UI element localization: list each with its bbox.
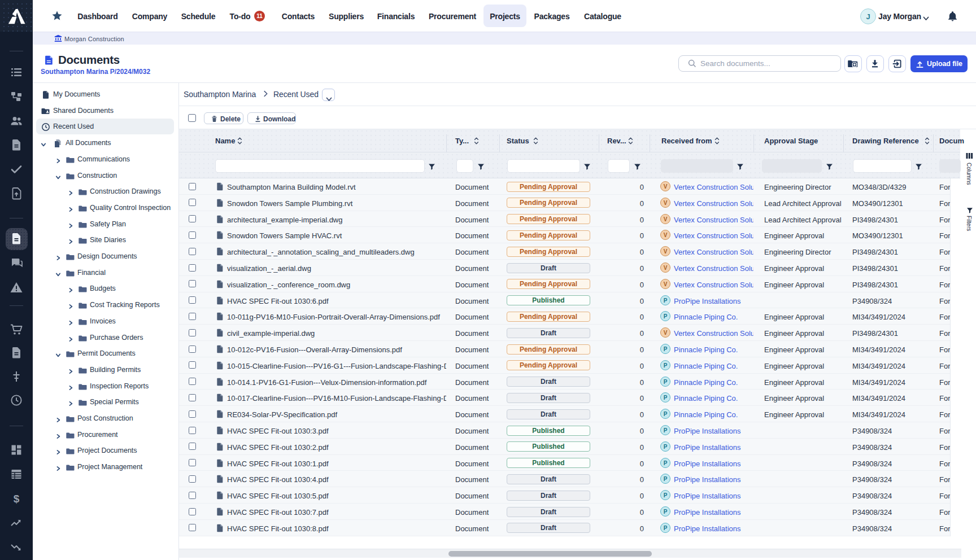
svg-text:$: $ [14, 493, 20, 505]
